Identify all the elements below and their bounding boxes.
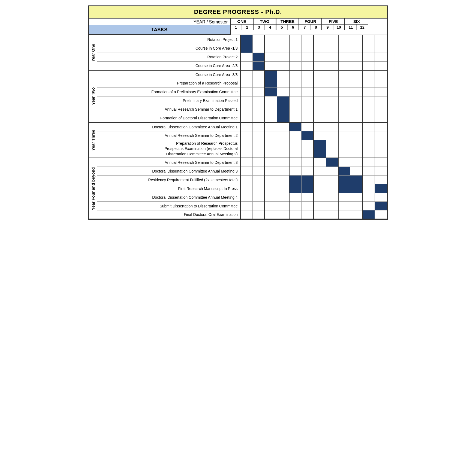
grid-s3 (265, 79, 277, 87)
grid-s11 (363, 96, 375, 105)
grid-s3 (265, 158, 277, 167)
grid-s4 (277, 35, 289, 44)
grid-s8 (326, 114, 338, 122)
grid-s12 (375, 184, 387, 193)
grid-s10 (350, 122, 363, 131)
grid-s6 (302, 210, 314, 219)
year-one-row-3: Rotation Project 2 (89, 53, 387, 61)
grid-s1 (240, 105, 252, 114)
grid-s6 (302, 167, 314, 176)
grid-s7 (314, 184, 326, 193)
grid-s12 (375, 35, 387, 44)
year-three-header: THREE 5 6 (276, 19, 299, 30)
grid-s8 (326, 167, 338, 176)
sem-9-header: 9 (322, 25, 333, 30)
grid-s5 (289, 96, 302, 105)
year-headers-row: ONE 1 2 TWO 3 4 THREE (231, 19, 387, 30)
grid-s10 (350, 176, 363, 184)
grid-s1 (240, 61, 252, 70)
year-four-row-5: Doctoral Dissertation Committee Annual M… (89, 193, 387, 202)
task-residency: Residency Requirement Fulfilled (2x seme… (97, 176, 240, 184)
year-one-row-2: Course in Core Area -1/3 (89, 44, 387, 53)
grid-s12 (375, 131, 387, 140)
grid-s4 (277, 140, 289, 158)
grid-s6 (302, 122, 314, 131)
grid-s12 (375, 44, 387, 53)
year-one-label: ONE (231, 19, 253, 25)
grid-s3 (265, 140, 277, 158)
grid-s4 (277, 210, 289, 219)
grid-s10 (350, 70, 363, 79)
grid-s4 (277, 114, 289, 122)
grid-s3 (265, 35, 277, 44)
grid-s2 (252, 158, 265, 167)
grid-s9 (338, 210, 350, 219)
year-three-row-1: Year Three Doctoral Dissertation Committ… (89, 122, 387, 131)
grid-s3 (265, 96, 277, 105)
grid-s5 (289, 79, 302, 87)
year-three-label: THREE (276, 19, 299, 25)
grid-s10 (350, 96, 363, 105)
grid-s5 (289, 122, 302, 131)
year-four-row-1: Year Four and beyond Annual Research Sem… (89, 158, 387, 167)
task-seminar-2: Annual Research Seminar to Department 2 (97, 131, 240, 140)
grid-s5 (289, 202, 302, 210)
grid-s11 (363, 158, 375, 167)
grid-s12 (375, 210, 387, 219)
grid-s7 (314, 96, 326, 105)
grid-s10 (350, 131, 363, 140)
grid-s3 (265, 167, 277, 176)
grid-s9 (338, 53, 350, 61)
grid-s4 (277, 158, 289, 167)
grid-s10 (350, 79, 363, 87)
grid-s2 (252, 61, 265, 70)
grid-s2 (252, 184, 265, 193)
grid-s10 (350, 105, 363, 114)
grid-s3 (265, 176, 277, 184)
sem-3-header: 3 (254, 25, 265, 30)
grid-s9 (338, 193, 350, 202)
grid-s12 (375, 202, 387, 210)
grid-s2 (252, 87, 265, 96)
grid-s10 (350, 87, 363, 96)
grid-s5 (289, 158, 302, 167)
grid-s4 (277, 131, 289, 140)
grid-s11 (363, 70, 375, 79)
year-three-row-2: Annual Research Seminar to Department 2 (89, 131, 387, 140)
grid-s3 (265, 193, 277, 202)
grid-s11 (363, 61, 375, 70)
year-four-row-3: Residency Requirement Fulfilled (2x seme… (89, 176, 387, 184)
grid-s12 (375, 193, 387, 202)
grid-s10 (350, 184, 363, 193)
grid-s12 (375, 53, 387, 61)
grid-s8 (326, 122, 338, 131)
grid-s8 (326, 35, 338, 44)
grid-s9 (338, 202, 350, 210)
grid-s12 (375, 61, 387, 70)
task-prelim-committee: Formation of a Preliminary Examination C… (97, 87, 240, 96)
grid-s3 (265, 70, 277, 79)
year-four-label: FOUR (299, 19, 321, 25)
task-ddc-meeting-4: Doctoral Dissertation Committee Annual M… (97, 193, 240, 202)
grid-s5 (289, 35, 302, 44)
grid-s2 (252, 210, 265, 219)
task-manuscript: First Research Manuscript In Press (97, 184, 240, 193)
year-five-header: FIVE 9 10 (322, 19, 345, 30)
grid-s5 (289, 44, 302, 53)
grid-s1 (240, 53, 252, 61)
task-core-area-1: Course in Core Area -1/3 (97, 44, 240, 53)
grid-s7 (314, 193, 326, 202)
page-title: DEGREE PROGRESS - Ph.D. (89, 6, 387, 19)
grid-s11 (363, 35, 375, 44)
task-rotation-project-2: Rotation Project 2 (97, 53, 240, 61)
grid-s5 (289, 210, 302, 219)
year-one-section-label: Year One (89, 35, 97, 70)
grid-s10 (350, 202, 363, 210)
grid-s1 (240, 140, 252, 158)
grid-s10 (350, 158, 363, 167)
grid-s7 (314, 61, 326, 70)
sem-11-header: 11 (345, 25, 357, 30)
grid-s5 (289, 184, 302, 193)
grid-s9 (338, 70, 350, 79)
grid-s4 (277, 167, 289, 176)
